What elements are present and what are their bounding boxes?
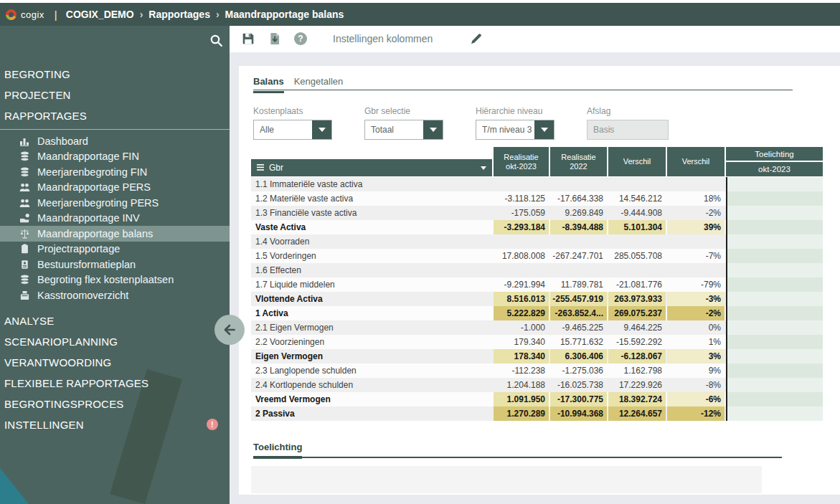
cell-percent: 1%	[667, 335, 725, 349]
cell-percent: 9%	[667, 363, 725, 378]
sidebar-item-projectrapportage[interactable]: Projectrapportage	[0, 242, 230, 257]
sidebar-section-label: INSTELLINGEN	[4, 419, 84, 431]
chevron-down-icon[interactable]	[312, 120, 331, 139]
chevron-down-icon[interactable]	[423, 120, 443, 139]
sidebar-item-label: Maandrapportage FIN	[37, 151, 139, 162]
save-icon[interactable]	[242, 32, 255, 45]
row-label: 1 Activa	[251, 306, 492, 320]
toelichting-cell[interactable]	[726, 220, 823, 234]
breadcrumb-item-maandrapportage-balans[interactable]: Maandrapportage balans	[225, 9, 344, 20]
toolbar: ? Instellingen kolommen	[230, 26, 840, 52]
row-label: 1.5 Vorderingen	[251, 249, 492, 263]
sidebar-item-begroting-flex-kostenplaatsen[interactable]: Begroting flex kostenplaatsen	[0, 272, 230, 288]
sidebar-item-maandrapportage-pers[interactable]: Maandrapportage PERS	[0, 180, 230, 196]
cogix-logo-text: cogix	[21, 9, 44, 20]
sidebar-section-begroting[interactable]: BEGROTING	[0, 64, 230, 85]
cell-value: 17.808.008	[494, 249, 549, 263]
sidebar-section-instellingen[interactable]: INSTELLINGEN!	[0, 414, 230, 435]
table-row-2-3-langlopende-schulden: 2.3 Langlopende schulden-112.238-1.275.0…	[251, 363, 823, 378]
row-label: 1.6 Effecten	[251, 263, 492, 277]
breadcrumb: COGIX_DEMO›Rapportages›Maandrapportage b…	[66, 9, 344, 20]
arrow-left-icon	[222, 322, 237, 338]
toelichting-cell[interactable]	[726, 335, 823, 349]
cell-value: -175.059	[494, 206, 549, 220]
cell-value	[494, 177, 549, 191]
logo-divider: |	[55, 9, 57, 21]
toelichting-cell[interactable]	[726, 378, 823, 392]
sidebar-section-analyse[interactable]: ANALYSE	[0, 310, 230, 331]
toelichting-cell[interactable]	[726, 177, 823, 191]
tab-kengetallen[interactable]: Kengetallen	[294, 76, 344, 93]
chevron-down-icon[interactable]	[534, 120, 554, 139]
gbr-selectie-select[interactable]: Totaal	[364, 120, 443, 140]
clipboard-icon	[19, 244, 30, 254]
gbr-column-header[interactable]: Gbr	[251, 159, 492, 176]
sidebar-item-kasstroomoverzicht[interactable]: Kasstroomoverzicht	[0, 287, 230, 303]
toelichting-column-subheader: okt-2023	[726, 162, 823, 176]
sidebar-item-maandrapportage-balans[interactable]: Maandrapportage balans	[0, 226, 230, 242]
row-label: 1.7 Liquide middelen	[251, 277, 492, 292]
toelichting-cell[interactable]	[726, 234, 823, 249]
sidebar-section-begrotingsproces[interactable]: BEGROTINGSPROCES	[0, 394, 230, 414]
tab-balans[interactable]: Balans	[253, 76, 284, 93]
export-download-icon[interactable]	[268, 32, 281, 45]
breadcrumb-item-cogix-demo[interactable]: COGIX_DEMO	[66, 9, 134, 20]
help-icon[interactable]: ?	[294, 32, 307, 45]
cell-value: -255.457.919	[550, 292, 607, 306]
toelichting-cell[interactable]	[726, 392, 823, 406]
cell-value: 285.055.708	[608, 249, 666, 263]
toelichting-column-header[interactable]: Toelichting	[726, 147, 823, 161]
cell-value	[608, 263, 666, 277]
cell-value: -6.128.067	[608, 349, 666, 363]
sidebar-item-maandrapportage-inv[interactable]: Maandrapportage INV	[0, 211, 230, 227]
column-header-line1: Realisatie	[561, 153, 595, 162]
toelichting-cell[interactable]	[726, 320, 823, 335]
toelichting-cell[interactable]	[726, 191, 823, 206]
row-label: 2.2 Voorzieningen	[251, 335, 492, 349]
column-header-verschil-2[interactable]: Verschil	[608, 147, 666, 176]
toelichting-cell[interactable]	[726, 249, 823, 263]
filter-kostenplaats: KostenplaatsAlle	[253, 106, 332, 140]
sidebar-item-label: Begroting flex kostenplaatsen	[37, 274, 174, 285]
table-row-eigen-vermogen: Eigen Vermogen178.3406.306.406-6.128.067…	[251, 349, 823, 363]
toelichting-cell[interactable]	[726, 292, 823, 306]
breadcrumb-item-rapportages[interactable]: Rapportages	[148, 9, 210, 20]
toelichting-cell[interactable]	[726, 206, 823, 220]
sidebar-section-flexibele-rapportages[interactable]: FLEXIBELE RAPPORTAGES	[0, 373, 230, 394]
sidebar-item-label: Meerjarenbegroting PERS	[37, 197, 159, 209]
column-header-realisatie-okt-2023[interactable]: Realisatieokt-2023	[494, 147, 549, 176]
sidebar-item-dashboard[interactable]: Dashboard	[0, 133, 230, 149]
cell-percent	[667, 234, 725, 249]
sidebar-section-label: RAPPORTAGES	[4, 110, 87, 122]
hi-rarchie-niveau-select[interactable]: T/m niveau 3	[476, 120, 555, 140]
toelichting-textarea[interactable]	[251, 466, 762, 493]
kostenplaats-select[interactable]: Alle	[253, 120, 332, 140]
sidebar-item-maandrapportage-fin[interactable]: Maandrapportage FIN	[0, 149, 230, 165]
report-tabs: BalansKengetallen	[253, 76, 343, 93]
sidebar-item-bestuursformatieplan[interactable]: Bestuursformatieplan	[0, 257, 230, 272]
people-icon	[19, 198, 30, 208]
sidebar-item-label: Kasstroomoverzicht	[37, 290, 128, 301]
sidebar-collapse-button[interactable]	[214, 315, 245, 345]
cell-value: 14.546.212	[608, 191, 666, 206]
toelichting-cell[interactable]	[726, 263, 823, 277]
sidebar-section-verantwoording[interactable]: VERANTWOORDING	[0, 352, 230, 373]
sidebar-item-meerjarenbegroting-pers[interactable]: Meerjarenbegroting PERS	[0, 195, 230, 211]
table-row-1-5-vorderingen: 1.5 Vorderingen17.808.008-267.247.701285…	[251, 249, 823, 263]
sidebar-section-projecten[interactable]: PROJECTEN	[0, 85, 230, 105]
toelichting-cell[interactable]	[726, 349, 823, 363]
sidebar-item-meerjarenbegroting-fin[interactable]: Meerjarenbegroting FIN	[0, 164, 230, 180]
column-header-realisatie-2022[interactable]: Realisatie2022	[550, 147, 607, 176]
sidebar-section-rapportages[interactable]: RAPPORTAGES	[0, 105, 230, 126]
sidebar-item-label: Meerjarenbegroting FIN	[37, 166, 147, 178]
toelichting-cell[interactable]	[726, 406, 823, 421]
toelichting-cell[interactable]	[726, 363, 823, 378]
cell-percent: -79%	[667, 277, 725, 292]
select-value: Alle	[260, 125, 274, 135]
cell-percent	[667, 263, 725, 277]
toelichting-cell[interactable]	[726, 306, 823, 320]
column-header-verschil-3[interactable]: Verschil	[667, 147, 725, 176]
toelichting-cell[interactable]	[726, 277, 823, 292]
edit-pencil-icon[interactable]	[470, 32, 483, 45]
sidebar-section-scenarioplanning[interactable]: SCENARIOPLANNING	[0, 331, 230, 352]
